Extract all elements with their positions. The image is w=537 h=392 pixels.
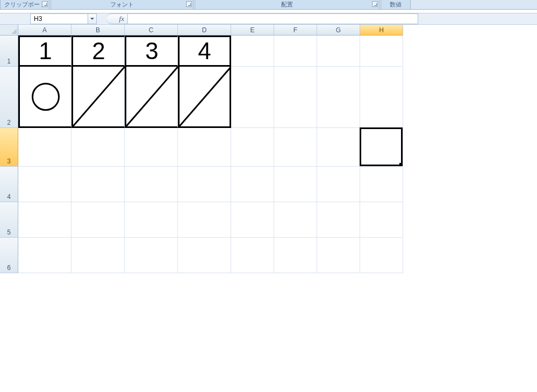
- select-all-button[interactable]: [0, 25, 18, 35]
- row-header-4[interactable]: 4: [0, 167, 18, 202]
- cell-A1[interactable]: 1: [18, 35, 71, 67]
- column-header-F[interactable]: F: [274, 25, 317, 35]
- column-header-C[interactable]: C: [125, 25, 178, 35]
- cell-F6[interactable]: [274, 238, 317, 273]
- fx-icon: fx: [119, 15, 124, 23]
- cell-H4[interactable]: [360, 167, 403, 202]
- cell-C1[interactable]: 3: [125, 35, 178, 67]
- column-header-H[interactable]: H: [360, 25, 403, 35]
- ribbon-group-labels: クリップボード フォント 配置 数値: [0, 0, 537, 10]
- ribbon-group-label: フォント: [110, 1, 134, 8]
- name-box[interactable]: H3: [30, 13, 88, 24]
- cell-A3[interactable]: [18, 128, 71, 167]
- cell-A5[interactable]: [18, 202, 71, 238]
- cell-D4[interactable]: [178, 167, 231, 202]
- row-header-3[interactable]: 3: [0, 128, 18, 167]
- cell-F1[interactable]: [274, 35, 317, 67]
- ribbon-group-font[interactable]: フォント: [51, 0, 194, 10]
- cell-F5[interactable]: [274, 202, 317, 238]
- cell-E6[interactable]: [231, 238, 274, 273]
- cell-G1[interactable]: [317, 35, 360, 67]
- cell-B3[interactable]: [71, 128, 125, 167]
- column-headers: ABCDEFGH: [18, 25, 403, 35]
- column-header-B[interactable]: B: [71, 25, 125, 35]
- row-header-2[interactable]: 2: [0, 67, 18, 128]
- insert-function-button[interactable]: fx: [106, 13, 128, 24]
- row-header-1[interactable]: 1: [0, 35, 18, 67]
- cell-C6[interactable]: [125, 238, 178, 273]
- cell-B1[interactable]: 2: [71, 35, 125, 67]
- cell-F2[interactable]: [274, 67, 317, 128]
- circle-icon: [32, 83, 60, 111]
- cell-D3[interactable]: [178, 128, 231, 167]
- ribbon-group-clipboard[interactable]: クリップボード: [0, 0, 49, 10]
- formula-input[interactable]: [128, 13, 418, 24]
- ribbon-group-alignment[interactable]: 配置: [195, 0, 380, 10]
- cell-C5[interactable]: [125, 202, 178, 238]
- name-box-value: H3: [34, 15, 42, 23]
- row-header-5[interactable]: 5: [0, 202, 18, 238]
- cell-C4[interactable]: [125, 167, 178, 202]
- cell-H5[interactable]: [360, 202, 403, 238]
- cell-A2[interactable]: [18, 67, 71, 128]
- column-header-G[interactable]: G: [317, 25, 360, 35]
- dialog-launcher-icon[interactable]: [372, 1, 378, 7]
- ribbon-group-number[interactable]: 数値: [381, 0, 411, 10]
- dialog-launcher-icon[interactable]: [42, 1, 48, 7]
- cell-C2[interactable]: [125, 67, 178, 128]
- cell-A4[interactable]: [18, 167, 71, 202]
- cell-D6[interactable]: [178, 238, 231, 273]
- cell-E5[interactable]: [231, 202, 274, 238]
- cell-E3[interactable]: [231, 128, 274, 167]
- cell-H6[interactable]: [360, 238, 403, 273]
- cell-C3[interactable]: [125, 128, 178, 167]
- cell-B6[interactable]: [71, 238, 125, 273]
- cell-D1[interactable]: 4: [178, 35, 231, 67]
- ribbon-group-label: 数値: [390, 1, 402, 8]
- cell-H3[interactable]: [360, 128, 403, 167]
- cell-A6[interactable]: [18, 238, 71, 273]
- dialog-launcher-icon[interactable]: [186, 1, 192, 7]
- cell-B4[interactable]: [71, 167, 125, 202]
- formula-bar: H3 fx: [0, 13, 537, 25]
- cell-H2[interactable]: [360, 67, 403, 128]
- column-header-A[interactable]: A: [18, 25, 71, 35]
- ribbon-group-label: 配置: [281, 1, 293, 8]
- column-header-D[interactable]: D: [178, 25, 231, 35]
- column-header-E[interactable]: E: [231, 25, 274, 35]
- cell-G6[interactable]: [317, 238, 360, 273]
- cell-B5[interactable]: [71, 202, 125, 238]
- cell-E1[interactable]: [231, 35, 274, 67]
- cell-E2[interactable]: [231, 67, 274, 128]
- cell-G4[interactable]: [317, 167, 360, 202]
- cell-G3[interactable]: [317, 128, 360, 167]
- cell-G5[interactable]: [317, 202, 360, 238]
- chevron-down-icon: [90, 18, 94, 20]
- name-box-dropdown[interactable]: [88, 13, 97, 24]
- ribbon-group-label: クリップボード: [4, 1, 46, 8]
- worksheet[interactable]: ABCDEFGH 123456 1234: [0, 25, 537, 283]
- cell-D2[interactable]: [178, 67, 231, 128]
- cell-B2[interactable]: [71, 67, 125, 128]
- row-header-6[interactable]: 6: [0, 238, 18, 273]
- cell-G2[interactable]: [317, 67, 360, 128]
- cell-E4[interactable]: [231, 167, 274, 202]
- cell-F4[interactable]: [274, 167, 317, 202]
- cell-F3[interactable]: [274, 128, 317, 167]
- cell-D5[interactable]: [178, 202, 231, 238]
- row-headers: 123456: [0, 35, 18, 273]
- cell-H1[interactable]: [360, 35, 403, 67]
